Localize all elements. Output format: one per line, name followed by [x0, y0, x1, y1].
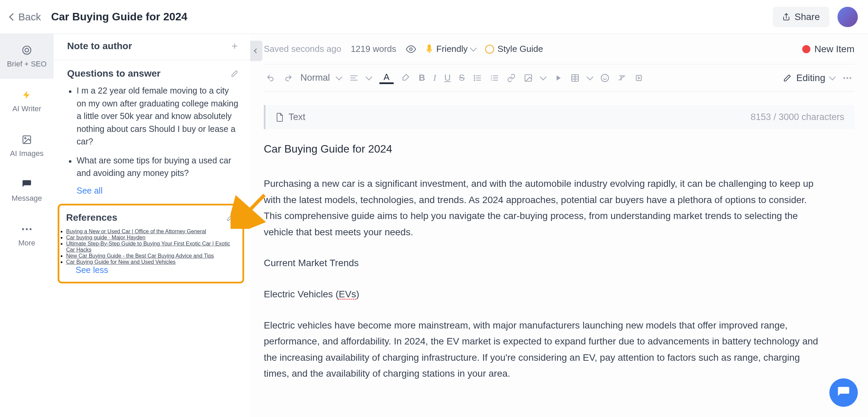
nav-label: More	[18, 239, 35, 247]
reference-link[interactable]: Buying a New or Used Car | Office of the…	[66, 229, 206, 234]
nav-ai-writer[interactable]: AI Writer	[0, 79, 54, 123]
word-count: 1219 words	[351, 44, 396, 54]
nav-rail: Brief + SEO AI Writer AI Images Message …	[0, 34, 54, 417]
editor-area: Saved seconds ago 1219 words Friendly St…	[250, 34, 868, 417]
reference-item: New Car Buying Guide - the Best Car Buyi…	[66, 253, 236, 259]
mic-icon	[426, 44, 433, 54]
chevron-left-icon	[9, 13, 17, 21]
svg-point-21	[850, 77, 851, 79]
chevron-down-icon	[540, 74, 547, 80]
target-icon	[21, 44, 33, 56]
table-button[interactable]	[571, 74, 579, 82]
svg-rect-8	[428, 44, 431, 51]
chevron-down-icon	[336, 74, 342, 80]
note-section: Note to author	[67, 41, 240, 52]
add-note-button[interactable]	[229, 41, 240, 52]
reference-link[interactable]: Car buying guide · Major Hayden	[66, 235, 145, 240]
chevron-down-icon	[587, 74, 593, 80]
font-color-button[interactable]: A	[379, 72, 394, 84]
nav-ai-images[interactable]: AI Images	[0, 123, 54, 168]
paragraph-style-select[interactable]: Normal	[300, 73, 341, 83]
see-all-questions[interactable]: See all	[67, 186, 240, 196]
numbered-list-button[interactable]: 123	[490, 74, 499, 82]
chevron-down-icon	[470, 45, 477, 52]
reference-item: Ultimate Step-By-Step Guide to Buying Yo…	[66, 241, 236, 253]
style-guide-button[interactable]: Style Guide	[485, 44, 543, 54]
dots-icon	[21, 223, 33, 235]
visibility-button[interactable]	[406, 44, 416, 54]
paragraph-style-label: Normal	[300, 73, 330, 83]
share-icon	[782, 13, 790, 21]
align-button[interactable]	[350, 74, 358, 82]
doc-subheading: Current Market Trends	[264, 255, 827, 271]
svg-point-3	[25, 138, 26, 139]
svg-point-20	[847, 77, 848, 79]
undo-button[interactable]	[267, 74, 275, 82]
highlight-button[interactable]	[402, 74, 411, 82]
redo-button[interactable]	[283, 74, 292, 82]
formatting-toolbar: Normal A B I U S 123	[264, 64, 854, 92]
link-button[interactable]	[507, 74, 516, 82]
chat-icon	[21, 178, 33, 191]
nav-message[interactable]: Message	[0, 168, 54, 213]
reference-link[interactable]: Ultimate Step-By-Step Guide to Buying Yo…	[66, 241, 230, 253]
document-body[interactable]: Car Buying Guide for 2024 Purchasing a n…	[264, 143, 854, 397]
tone-label: Friendly	[436, 44, 468, 54]
back-label: Back	[18, 11, 41, 23]
image-insert-button[interactable]	[524, 74, 533, 82]
bullet-list-button[interactable]	[473, 74, 482, 82]
bold-button[interactable]: B	[419, 73, 425, 83]
status-dot-icon	[802, 45, 810, 53]
nav-brief-seo[interactable]: Brief + SEO	[0, 34, 54, 79]
reference-link[interactable]: New Car Buying Guide - the Best Car Buyi…	[66, 253, 214, 259]
reference-link[interactable]: Car Buying Guide for New and Used Vehicl…	[66, 259, 176, 265]
share-button[interactable]: Share	[773, 7, 829, 27]
emoji-button[interactable]	[600, 74, 609, 82]
style-guide-label: Style Guide	[497, 44, 543, 54]
svg-point-7	[410, 48, 412, 51]
see-less-references[interactable]: See less	[66, 265, 236, 275]
document-title: Car Buying Guide for 2024	[51, 11, 188, 23]
edit-questions-button[interactable]	[229, 68, 240, 79]
new-item-label: New Item	[814, 44, 854, 55]
nav-label: Message	[12, 194, 42, 203]
insert-button[interactable]	[634, 74, 643, 82]
svg-point-4	[22, 228, 24, 230]
underline-button[interactable]: U	[444, 73, 451, 83]
strikethrough-button[interactable]: S	[459, 73, 465, 83]
collapse-sidebar-button[interactable]	[250, 41, 262, 61]
doc-paragraph: Purchasing a new car is a significant in…	[264, 176, 827, 240]
back-button[interactable]: Back	[10, 11, 41, 23]
editing-mode-label: Editing	[796, 73, 825, 83]
svg-point-6	[29, 228, 32, 230]
clear-format-button[interactable]	[617, 74, 626, 82]
edit-references-button[interactable]	[225, 212, 236, 223]
svg-point-11	[474, 80, 475, 80]
question-item: I m a 22 year old female moving to a cit…	[77, 84, 240, 148]
user-avatar[interactable]	[837, 7, 858, 27]
questions-title: Questions to answer	[67, 68, 160, 79]
doc-paragraph: Electric vehicles have become more mains…	[264, 317, 827, 382]
nav-more[interactable]: More	[0, 213, 54, 258]
doc-heading: Car Buying Guide for 2024	[264, 143, 854, 155]
share-label: Share	[794, 12, 820, 22]
more-toolbar-button[interactable]	[843, 77, 852, 79]
help-chat-button[interactable]	[829, 378, 858, 407]
chat-icon	[837, 386, 850, 399]
svg-point-10	[474, 77, 475, 78]
bolt-icon	[21, 89, 33, 101]
svg-point-0	[23, 46, 31, 54]
chevron-left-icon	[254, 48, 259, 53]
new-item-indicator[interactable]: New Item	[802, 44, 854, 55]
reference-item: Car Buying Guide for New and Used Vehicl…	[66, 259, 236, 265]
editing-mode-select[interactable]: Editing	[783, 73, 835, 83]
chevron-down-icon	[829, 74, 836, 80]
svg-text:3: 3	[491, 78, 492, 81]
svg-point-9	[474, 75, 475, 76]
video-button[interactable]	[554, 74, 563, 82]
svg-point-1	[25, 48, 29, 52]
nav-label: Brief + SEO	[7, 60, 47, 68]
tone-selector[interactable]: Friendly	[426, 44, 476, 54]
italic-button[interactable]: I	[433, 73, 436, 83]
nav-label: AI Writer	[12, 104, 41, 113]
